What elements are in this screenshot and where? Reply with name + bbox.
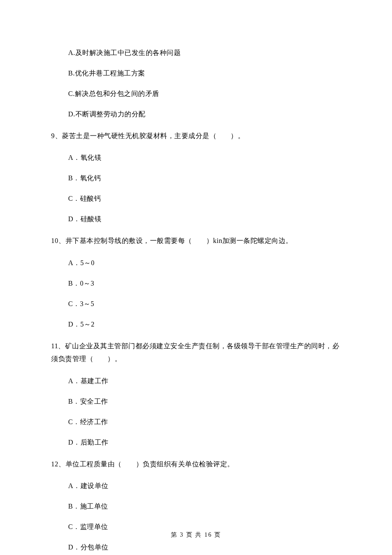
q11-text: 11、矿山企业及其主管部门都必须建立安全生产责任制，各级领导干部在管理生产的同时… [51,340,341,366]
q11-option-b: B．安全工作 [68,396,341,407]
q11-option-d: D．后勤工作 [68,437,341,448]
q12-option-c: C．监理单位 [68,522,341,532]
q9-option-b: B．氧化钙 [68,173,341,183]
q11-option-c: C．经济工作 [68,417,341,427]
q10-text: 10、井下基本控制导线的敷设，一般需要每（ ）kin加测一条陀螺定向边。 [51,234,341,247]
q8-option-c: C.解决总包和分包之间的矛盾 [68,89,341,99]
document-page: A.及时解决施工中已发生的各种问题 B.优化井巷工程施工方案 C.解决总包和分包… [0,0,392,555]
q10-option-c: C．3～5 [68,299,341,309]
page-footer: 第 3 页 共 16 页 [0,531,392,539]
q12-option-a: A．建设单位 [68,481,341,491]
q12-option-d: D．分包单位 [68,542,341,552]
q11-option-a: A．基建工作 [68,376,341,386]
q10-option-b: B．0～3 [68,278,341,289]
q12-option-b: B．施工单位 [68,501,341,512]
q9-option-c: C．硅酸钙 [68,194,341,204]
q9-option-a: A．氧化镁 [68,153,341,163]
q12-text: 12、单位工程质量由（ ）负责组织有关单位检验评定。 [51,458,341,471]
q8-option-b: B.优化井巷工程施工方案 [68,68,341,78]
q10-option-d: D．5～2 [68,319,341,330]
q8-option-a: A.及时解决施工中已发生的各种问题 [68,48,341,58]
q8-option-d: D.不断调整劳动力的分配 [68,109,341,119]
q9-text: 9、菱苦土是一种气硬性无机胶凝材料，主要成分是（ ）。 [51,130,341,142]
q10-option-a: A．5～0 [68,258,341,268]
q9-option-d: D．硅酸镁 [68,214,341,224]
